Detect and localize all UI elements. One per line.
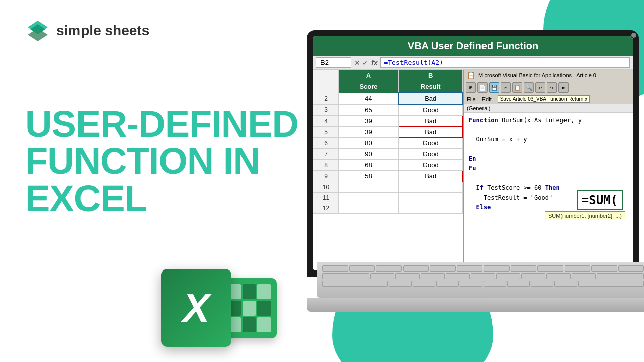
- cell-score[interactable]: 39: [339, 127, 399, 138]
- heading-line2: FUNCTION IN: [25, 143, 298, 180]
- key: [484, 265, 510, 272]
- row-header: [313, 81, 339, 93]
- key: [565, 265, 591, 272]
- vba-dropdown[interactable]: (General): [464, 104, 633, 113]
- cell-result[interactable]: Bad: [398, 93, 462, 104]
- cell-result[interactable]: [398, 193, 462, 203]
- key: [572, 273, 596, 279]
- key: [349, 265, 375, 272]
- key: [578, 281, 644, 287]
- table-row: 680Good: [313, 138, 463, 149]
- cell-score[interactable]: 68: [339, 160, 399, 171]
- keyboard-row-3: [322, 281, 644, 287]
- key: [507, 281, 530, 287]
- cell-result[interactable]: Good: [398, 138, 462, 149]
- cell-score[interactable]: 65: [339, 104, 399, 116]
- laptop-keyboard: [317, 262, 644, 298]
- grid-cell: [257, 317, 271, 332]
- sum-tooltip: SUM(number1, [number2], ...): [545, 211, 625, 220]
- row-header: 3: [313, 104, 339, 116]
- col-a-header[interactable]: A: [339, 70, 399, 81]
- key: [591, 265, 617, 272]
- toolbar-icon-4[interactable]: 📋: [512, 82, 522, 93]
- col-b-header[interactable]: B: [398, 70, 462, 81]
- grid-cell: [243, 301, 256, 316]
- cell-score[interactable]: [339, 193, 399, 203]
- cell-score[interactable]: Score: [339, 81, 399, 93]
- table-row: 439Bad: [313, 116, 463, 127]
- vba-menu-file[interactable]: File: [467, 96, 476, 102]
- table-row: 539Bad: [313, 127, 463, 138]
- cell-result[interactable]: [398, 203, 462, 214]
- confirm-icon: ✓: [362, 59, 368, 67]
- vba-title-text: Microsoft Visual Basic for Applications …: [478, 72, 596, 78]
- cell-score[interactable]: 80: [339, 138, 399, 149]
- row-header: 4: [313, 116, 339, 127]
- cell-result[interactable]: Bad: [398, 116, 462, 127]
- cell-result[interactable]: Good: [398, 149, 462, 160]
- key: [597, 273, 644, 279]
- key: [413, 281, 435, 287]
- cell-result[interactable]: Result: [398, 81, 462, 93]
- key: [618, 265, 645, 272]
- toolbar-icon-5[interactable]: 🔍: [524, 82, 534, 93]
- laptop-screen-inner: VBA User Defined Function B2 ✕ ✓ fx =Tes…: [313, 36, 633, 270]
- cell-result[interactable]: Bad: [398, 127, 462, 138]
- excel-title-text: VBA User Defined Function: [408, 40, 538, 51]
- vba-menu-bar: File Edit Save Article 03_VBA Function R…: [464, 94, 633, 104]
- excel-icons-area: X: [161, 269, 277, 347]
- keyboard-row-2: [322, 273, 644, 279]
- laptop-area: VBA User Defined Function B2 ✕ ✓ fx =Tes…: [277, 30, 644, 362]
- key: [496, 273, 520, 279]
- row-header: 12: [313, 203, 339, 214]
- code-line: [469, 173, 628, 183]
- key: [511, 265, 537, 272]
- key: [460, 281, 482, 287]
- cell-result[interactable]: Good: [398, 104, 462, 116]
- key: [446, 273, 470, 279]
- cell-reference[interactable]: B2: [316, 57, 351, 68]
- row-header: 8: [313, 160, 339, 171]
- toolbar-icon-2[interactable]: 📄: [477, 82, 488, 93]
- cell-result[interactable]: Bad: [398, 171, 462, 182]
- formula-bar: B2 ✕ ✓ fx =TestResult(A2): [313, 56, 633, 70]
- vba-menu-edit[interactable]: Edit: [482, 96, 492, 102]
- cell-result[interactable]: [398, 182, 462, 193]
- cancel-icon: ✕: [354, 59, 360, 67]
- cell-score[interactable]: 44: [339, 93, 399, 104]
- formula-bar-icons: ✕ ✓: [354, 59, 368, 67]
- toolbar-play[interactable]: ▶: [558, 82, 569, 93]
- key: [403, 265, 429, 272]
- formula-input[interactable]: =TestResult(A2): [380, 57, 630, 68]
- cell-score[interactable]: 90: [339, 149, 399, 160]
- key: [436, 281, 459, 287]
- row-header: 6: [313, 138, 339, 149]
- key: [322, 265, 348, 272]
- code-line: Function OurSum(x As Integer, y: [469, 116, 628, 125]
- table-row: 790Good: [313, 149, 463, 160]
- toolbar-save-icon[interactable]: 💾: [489, 82, 499, 93]
- key: [554, 281, 577, 287]
- code-line: [469, 125, 628, 135]
- laptop-body: VBA User Defined Function B2 ✕ ✓ fx =Tes…: [307, 30, 639, 312]
- toolbar-icon-3[interactable]: ✂: [501, 82, 511, 93]
- toolbar-redo[interactable]: ↪: [547, 82, 557, 93]
- key: [531, 281, 553, 287]
- toolbar-icon-1[interactable]: ⊞: [466, 82, 476, 93]
- spreadsheet-table: A B ScoreResult244Bad365Good439Bad539Bad…: [313, 70, 463, 214]
- brand-name: simple sheets: [56, 23, 149, 39]
- table-row: 11: [313, 193, 463, 203]
- excel-title-bar: VBA User Defined Function: [313, 36, 633, 56]
- grid-cell: [257, 284, 271, 299]
- cell-result[interactable]: Good: [398, 160, 462, 171]
- toolbar-undo[interactable]: ↩: [535, 82, 545, 93]
- key: [421, 273, 445, 279]
- excel-x-icon: X: [161, 269, 231, 347]
- code-line: En: [469, 154, 628, 164]
- cell-score[interactable]: [339, 203, 399, 214]
- cell-score[interactable]: 39: [339, 116, 399, 127]
- key: [484, 281, 506, 287]
- vba-save-tooltip: Save Article 03_VBA Function Return.x: [498, 95, 590, 103]
- cell-score[interactable]: [339, 182, 399, 193]
- cell-score[interactable]: 58: [339, 171, 399, 182]
